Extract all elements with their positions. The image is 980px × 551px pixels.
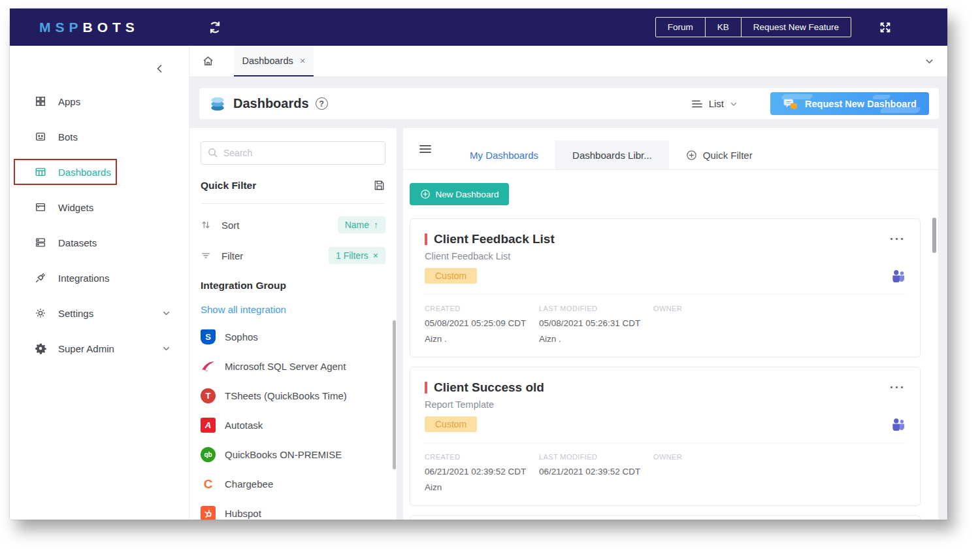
button-streak xyxy=(872,95,891,99)
help-icon[interactable]: ? xyxy=(316,97,328,110)
sidebar-item-label: Super Admin xyxy=(58,343,114,354)
clear-filter-icon[interactable]: × xyxy=(373,250,378,261)
sidebar-item-apps[interactable]: Apps xyxy=(10,84,189,119)
tab-quick-filter[interactable]: Quick Filter xyxy=(669,141,770,169)
menu-hamburger-icon[interactable] xyxy=(419,143,432,155)
meta-label: CREATED xyxy=(425,305,539,312)
show-all-integration-link[interactable]: Show all integration xyxy=(201,304,286,315)
sophos-shield-icon: S xyxy=(201,329,216,344)
widget-window-icon xyxy=(34,201,47,214)
sort-value: Name xyxy=(345,220,369,230)
created-by: Aizn xyxy=(425,482,539,492)
tab-quick-filter-label: Quick Filter xyxy=(703,150,753,161)
meta-label: OWNER xyxy=(653,453,682,461)
save-filter-icon[interactable] xyxy=(373,179,385,192)
search-input[interactable] xyxy=(201,141,385,165)
filter-chip[interactable]: 1 Filters × xyxy=(329,247,385,264)
tabstrip-dropdown-chevron-icon[interactable] xyxy=(924,56,934,66)
sidebar-item-label: Widgets xyxy=(58,202,93,213)
sidebar-item-super-admin[interactable]: Super Admin xyxy=(10,331,189,366)
tab-label: Dashboards xyxy=(242,56,293,66)
created-timestamp: 06/21/2021 02:39:52 CDT xyxy=(425,467,539,476)
mspbots-logo[interactable]: MSP BOTS xyxy=(39,20,139,35)
meta-created: CREATED 05/08/2021 05:25:09 CDT Aizn . xyxy=(425,305,539,344)
navbar-button-group: Forum KB Request New Feature xyxy=(655,17,851,37)
list-view-icon xyxy=(691,99,703,109)
request-new-feature-button[interactable]: Request New Feature xyxy=(741,18,851,37)
dashboard-card-client-success-old[interactable]: Client Success old ··· Report Template C… xyxy=(410,367,921,506)
microsoft-teams-icon[interactable] xyxy=(891,269,906,282)
dashboards-stack-icon xyxy=(209,95,226,112)
meta-owner: OWNER xyxy=(653,305,682,344)
integration-item-autotask[interactable]: A Autotask xyxy=(201,410,385,440)
app-window: MSP BOTS Forum KB Request New Feature xyxy=(10,8,947,520)
tab-dashboards-library[interactable]: Dashboards Libr... xyxy=(555,141,669,169)
sidebar-collapse-chevron-icon[interactable] xyxy=(155,64,164,73)
sidebar-item-widgets[interactable]: Widgets xyxy=(10,190,189,225)
main-panel-header: My Dashboards Dashboards Libr... Quick F… xyxy=(403,128,938,170)
new-dashboard-button[interactable]: New Dashboard xyxy=(410,183,509,205)
fullscreen-icon[interactable] xyxy=(879,21,892,34)
tab-my-dashboards[interactable]: My Dashboards xyxy=(453,141,555,169)
card-title: Client Feedback List xyxy=(434,232,555,246)
sidebar-item-integrations[interactable]: Integrations xyxy=(10,260,189,295)
sidebar-item-dashboards[interactable]: Dashboards xyxy=(10,154,189,190)
created-timestamp: 05/08/2021 05:25:09 CDT xyxy=(425,318,539,328)
button-streak xyxy=(879,107,921,113)
title-accent-bar xyxy=(425,382,427,393)
more-options-icon[interactable]: ··· xyxy=(890,236,906,242)
sidebar-item-label: Integrations xyxy=(58,273,109,284)
integration-item-tsheets[interactable]: T TSheets (QuickBooks Time) xyxy=(201,381,385,410)
sync-icon[interactable] xyxy=(208,20,222,35)
tsheets-circle-icon: T xyxy=(201,388,216,403)
tab-dashboards[interactable]: Dashboards × xyxy=(234,46,314,76)
sidebar: Apps Bots Dashboards Widgets xyxy=(10,46,189,520)
hubspot-sprocket-icon xyxy=(201,506,216,520)
card-meta-row: CREATED 05/08/2021 05:25:09 CDT Aizn . L… xyxy=(425,305,906,344)
kb-button[interactable]: KB xyxy=(705,18,741,37)
filter-panel-scrollbar[interactable] xyxy=(393,320,396,469)
sort-label: Sort xyxy=(221,220,240,231)
sidebar-item-settings[interactable]: Settings xyxy=(10,295,189,331)
integration-label: Sophos xyxy=(225,331,258,342)
sidebar-item-datasets[interactable]: Datasets xyxy=(10,225,189,260)
apps-grid-icon xyxy=(34,95,47,108)
chevron-down-icon xyxy=(162,309,171,318)
meta-created: CREATED 06/21/2021 02:39:52 CDT Aizn xyxy=(425,453,539,492)
view-selector[interactable]: List xyxy=(691,98,738,109)
more-options-icon[interactable]: ··· xyxy=(890,384,906,391)
dashboard-card-client-feedback-list[interactable]: Client Feedback List ··· Client Feedback… xyxy=(410,218,921,358)
meta-label: LAST MODIFIED xyxy=(539,305,653,312)
navbar-right: Forum KB Request New Feature xyxy=(655,17,892,37)
divider xyxy=(425,294,906,295)
custom-badge: Custom xyxy=(425,268,477,284)
integration-item-hubspot[interactable]: Hubspot xyxy=(201,499,385,520)
integration-item-quickbooks[interactable]: qb QuickBooks ON-PREMISE xyxy=(201,440,385,469)
quick-filter-header: Quick Filter xyxy=(201,179,385,192)
main-panel-scrollbar[interactable] xyxy=(932,218,936,253)
filter-value: 1 Filters xyxy=(336,250,368,261)
sidebar-item-label: Apps xyxy=(58,96,80,107)
top-navbar: MSP BOTS Forum KB Request New Feature xyxy=(10,8,947,46)
request-new-dashboard-button[interactable]: Request New Dashboard xyxy=(770,92,929,115)
sort-chip[interactable]: Name ↑ xyxy=(338,216,385,233)
integration-item-chargebee[interactable]: C Chargebee xyxy=(201,469,385,499)
created-by: Aizn . xyxy=(425,334,539,344)
title-accent-bar xyxy=(425,233,427,245)
integration-item-mssql-agent[interactable]: Microsoft SQL Server Agent xyxy=(201,352,385,381)
sidebar-item-bots[interactable]: Bots xyxy=(10,119,189,154)
home-icon[interactable] xyxy=(189,46,226,76)
card-subtitle: Client Feedback List xyxy=(425,251,906,261)
quickbooks-circle-icon: qb xyxy=(201,447,216,462)
forum-button[interactable]: Forum xyxy=(656,18,705,37)
sidebar-menu: Apps Bots Dashboards Widgets xyxy=(10,84,189,366)
tab-strip: Dashboards × xyxy=(189,46,947,77)
new-dashboard-button-label: New Dashboard xyxy=(436,190,499,199)
microsoft-teams-icon[interactable] xyxy=(891,418,906,431)
dashboard-card-partial[interactable] xyxy=(410,515,921,520)
integration-item-sophos[interactable]: S Sophos xyxy=(201,322,385,352)
tab-close-icon[interactable]: × xyxy=(300,55,306,66)
card-badge-row: Custom xyxy=(425,416,906,432)
integration-label: TSheets (QuickBooks Time) xyxy=(225,390,347,401)
search-icon xyxy=(207,147,218,158)
